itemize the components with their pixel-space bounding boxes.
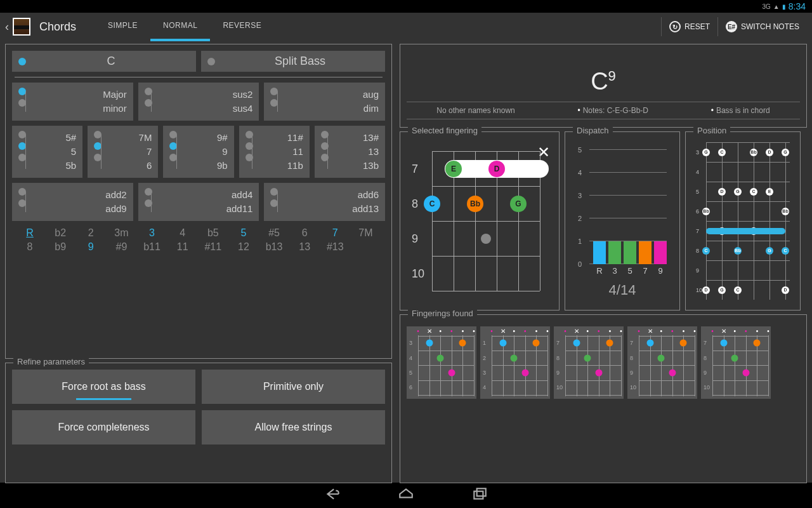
page-title: Chords: [39, 20, 76, 34]
refine-title: Refine parameters: [13, 357, 89, 366]
fingerings-panel: Fingerings found •✕••••3456•✕••••1234•✕•…: [400, 315, 807, 483]
dispatch-chart: 012345R3579: [578, 150, 667, 264]
chord-name: C9: [407, 53, 800, 102]
add-0[interactable]: add2add9: [12, 183, 133, 221]
refine-2[interactable]: Force completeness: [12, 410, 195, 444]
chord-info: No other names known •Notes: C-E-G-Bb-D …: [407, 102, 800, 119]
fingering-3[interactable]: •✕••••78910: [627, 326, 697, 399]
action-bar: ‹ Chords SIMPLE NORMAL REVERSE ↻ RESET E…: [0, 13, 812, 41]
add-row: add2add9add4add11add6add13: [12, 183, 385, 221]
mode-tabs: SIMPLE NORMAL REVERSE: [95, 12, 274, 41]
quality-row: Majorminor sus2sus4 augdim: [12, 83, 385, 121]
quality-sus[interactable]: sus2sus4: [138, 83, 259, 121]
root-selector[interactable]: C: [12, 51, 196, 72]
switch-notes-icon: E#: [726, 21, 737, 32]
network-icon: 3G: [763, 3, 771, 10]
chord-display: C9 No other names known •Notes: C-E-G-Bb…: [400, 44, 807, 127]
position-panel: Position 345678910GCBbDGDGCEBbBbEDCBbGCD…: [685, 132, 801, 310]
fingering-2[interactable]: •✕••••78910: [554, 326, 624, 399]
tab-reverse[interactable]: REVERSE: [210, 12, 274, 41]
tension-3[interactable]: 11#1111b: [239, 126, 310, 178]
tension-2[interactable]: 9#99b: [163, 126, 233, 178]
add-1[interactable]: add4add11: [138, 183, 259, 221]
app-icon[interactable]: [13, 18, 30, 36]
switch-notes-button[interactable]: E# SWITCH NOTES: [717, 17, 807, 36]
intervals-display: Rb223m34b55#5677M8b99#9b1111#1112b1313#1…: [12, 221, 385, 259]
split-bass-selector[interactable]: Split Bass: [201, 51, 385, 72]
svg-rect-0: [474, 491, 483, 499]
svg-rect-1: [477, 488, 486, 496]
refine-0[interactable]: Force root as bass: [12, 370, 195, 404]
nav-recent-icon[interactable]: [471, 486, 488, 505]
tension-row: 5#55b7M769#99b11#1111b13#1313b: [12, 126, 385, 178]
tension-4[interactable]: 13#1313b: [315, 126, 385, 178]
reset-button[interactable]: ↻ RESET: [661, 17, 717, 36]
chord-builder: C Split Bass Majorminor sus2sus4: [5, 44, 392, 358]
fingering-0[interactable]: •✕••••3456: [407, 326, 476, 399]
reset-icon: ↻: [669, 21, 681, 32]
selected-fingering-panel: Selected fingering ✕ 78910EDCBbG: [400, 132, 560, 310]
tension-1[interactable]: 7M76: [88, 126, 158, 178]
nav-home-icon[interactable]: [398, 486, 414, 505]
radio-on-icon: [18, 58, 26, 65]
signal-icon: ▲: [773, 3, 780, 10]
tab-normal[interactable]: NORMAL: [150, 12, 210, 41]
nav-back-icon[interactable]: [324, 486, 341, 505]
refine-3[interactable]: Allow free strings: [202, 410, 385, 444]
status-bar: 3G ▲ ▮ 8:34: [0, 0, 812, 13]
clock: 8:34: [789, 1, 806, 11]
system-nav-bar: [0, 483, 812, 508]
refine-panel: Refine parameters Force root as bassPrim…: [5, 363, 392, 483]
refine-1[interactable]: Primitive only: [202, 370, 385, 404]
radio-off-icon: [207, 58, 215, 65]
fingering-4[interactable]: •✕••••78910: [701, 326, 771, 399]
quality-major-minor[interactable]: Majorminor: [12, 83, 133, 121]
dispatch-counter[interactable]: 4/14: [578, 264, 667, 298]
quality-aug-dim[interactable]: augdim: [264, 83, 385, 121]
battery-icon: ▮: [782, 3, 786, 10]
fingering-1[interactable]: •✕••••1234: [480, 326, 550, 399]
add-2[interactable]: add6add13: [264, 183, 385, 221]
tension-0[interactable]: 5#55b: [12, 126, 82, 178]
back-button[interactable]: ‹: [5, 20, 13, 34]
position-fretboard[interactable]: 345678910GCBbDGDGCEBbBbEDCBbGCDGCD: [692, 138, 794, 304]
dispatch-panel: Dispatch 012345R3579 4/14: [565, 132, 680, 310]
selected-fingering[interactable]: ✕ 78910EDCBbG: [407, 138, 553, 304]
tab-simple[interactable]: SIMPLE: [95, 12, 150, 41]
